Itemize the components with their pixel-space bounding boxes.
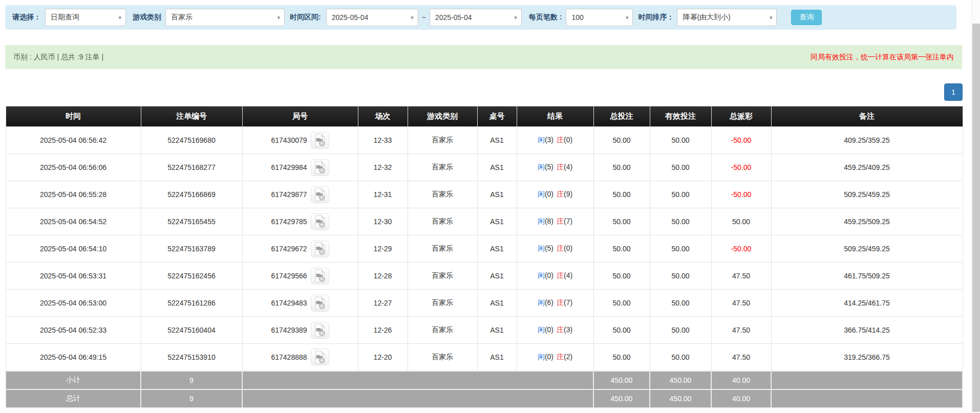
player-result-score: (6) [545,298,553,307]
cell-result: 闲(5)庄(0) [517,235,593,263]
time-sort-label: 时间排序： [638,13,674,22]
round-number: 617429785 [271,218,307,226]
cell-remark: 509.25/459.25 [771,181,963,208]
page-size-label: 每页笔数 : [529,13,562,22]
cell-game-type: 百家乐 [408,235,477,263]
chevron-down-icon: ▾ [514,14,517,21]
round-number: 617429389 [271,326,307,334]
cell-session: 12-27 [358,290,408,317]
game-category-select[interactable]: 百家乐 ▾ [165,9,285,26]
round-number: 617430079 [271,136,307,144]
banker-result-score: (7) [564,298,572,307]
table-row: 2025-05-04 06:53:31 522475162456 6174295… [6,263,963,290]
cell-payout: -50.00 [711,235,771,263]
video-replay-button[interactable] [311,213,329,230]
video-replay-button[interactable] [311,159,329,176]
cell-remark: 459.25/509.25 [771,208,963,235]
cell-round-id: 617429389 [242,317,358,344]
cell-remark: 409.25/359.25 [771,127,963,154]
sum-spacer [242,389,593,408]
chevron-down-icon: ▾ [118,14,121,21]
cell-session: 12-29 [358,235,408,263]
cell-total-bet[interactable]: 50.00 [593,263,650,290]
date-to-select[interactable]: 2025-05-04 ▾ [430,9,522,26]
table-row: 2025-05-04 06:56:06 522475168277 6174299… [6,154,963,181]
cell-time: 2025-05-04 06:54:10 [6,235,141,263]
table-row: 2025-05-04 06:54:52 522475165455 6174297… [6,208,963,235]
cell-result: 闲(6)庄(7) [517,290,593,317]
cell-result: 闲(8)庄(7) [517,208,593,235]
cell-table-no: AS1 [477,154,517,181]
cell-total-bet[interactable]: 50.00 [593,290,650,317]
video-replay-button[interactable] [311,186,329,203]
player-result-label: 闲 [538,163,545,171]
game-category-label: 游戏类别 [133,13,161,22]
cell-remark: 414.25/461.75 [771,290,963,317]
cell-round-id: 617428888 [242,344,358,371]
cell-result: 闲(0)庄(4) [517,263,593,290]
cell-valid-bet: 50.00 [650,154,711,181]
table-row: 2025-05-04 06:49:15 522475153910 6174288… [6,344,963,371]
date-from-select[interactable]: 2025-05-04 ▾ [326,9,418,26]
cell-total-bet[interactable]: 50.00 [593,154,650,181]
cell-bet-id: 522475161286 [141,290,242,317]
range-tilde: ~ [422,13,426,21]
cell-payout: 47.50 [711,263,771,290]
banker-result-label: 庄 [557,190,564,198]
cell-total-bet[interactable]: 50.00 [593,208,650,235]
cell-round-id: 617429483 [242,290,358,317]
video-replay-button[interactable] [311,349,329,365]
banker-result-label: 庄 [557,217,564,225]
cell-round-id: 617429984 [242,154,358,181]
cell-result: 闲(3)庄(0) [517,127,593,154]
video-replay-button[interactable] [311,295,329,312]
banker-result-label: 庄 [557,298,564,307]
date-to-value: 2025-05-04 [435,13,472,21]
video-file-icon [314,134,326,147]
cell-table-no: AS1 [477,290,517,317]
cell-total-bet[interactable]: 50.00 [593,317,650,344]
vertical-scrollbar-thumb[interactable] [972,24,980,412]
cell-total-bet[interactable]: 50.00 [593,181,650,208]
sum-label: 小计 [6,371,141,389]
cell-session: 12-20 [358,344,408,371]
cell-result: 闲(0)庄(3) [517,317,593,344]
cell-valid-bet: 50.00 [650,290,711,317]
banker-result-label: 庄 [557,163,564,171]
query-type-select[interactable]: 日期查询 ▾ [45,9,126,26]
cell-total-bet[interactable]: 50.00 [593,127,650,154]
cell-payout: 47.50 [711,290,771,317]
cell-round-id: 617429785 [242,208,358,235]
player-result-score: (5) [545,244,553,252]
vertical-scrollbar-track[interactable] [971,0,980,413]
game-category-value: 百家乐 [171,13,193,22]
summary-info-bar: 币别 : 人民币 | 总共 :9 注单 | 同局有效投注，统一计算在该局第一张注… [5,45,962,69]
chevron-down-icon: ▾ [770,14,773,21]
chevron-down-icon: ▾ [277,14,280,21]
date-from-value: 2025-05-04 [332,13,369,21]
time-sort-select[interactable]: 降幂(由大到小) ▾ [677,9,777,26]
cell-session: 12-32 [358,154,408,181]
round-number: 617429483 [271,299,307,307]
pagination-page-1-button[interactable]: 1 [944,83,963,101]
header-payout: 总派彩 [711,106,771,127]
cell-bet-id: 522475163789 [141,235,242,263]
cell-total-bet[interactable]: 50.00 [593,344,650,371]
query-type-value: 日期查询 [51,13,79,22]
video-replay-button[interactable] [311,132,329,149]
cell-valid-bet: 50.00 [650,181,711,208]
page-size-select[interactable]: 100 ▾ [566,9,633,26]
cell-session: 12-26 [358,317,408,344]
header-time: 时间 [6,106,141,127]
video-replay-button[interactable] [311,241,329,257]
cell-total-bet[interactable]: 50.00 [593,235,650,263]
currency-total-summary: 币别 : 人民币 | 总共 :9 注单 | [13,53,103,62]
query-button[interactable]: 查询 [791,10,822,25]
video-replay-button[interactable] [311,268,329,285]
video-replay-button[interactable] [311,322,329,339]
table-row: 2025-05-04 06:52:33 522475160404 6174293… [6,317,963,344]
cell-valid-bet: 50.00 [650,344,711,371]
banker-result-score: (3) [564,325,572,334]
time-sort-value: 降幂(由大到小) [683,13,730,22]
player-result-label: 闲 [538,190,545,198]
